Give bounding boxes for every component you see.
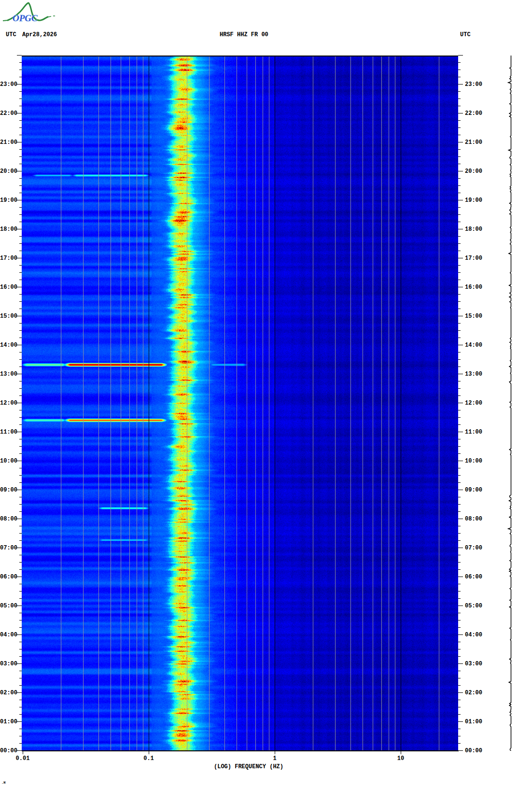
y-tick-left [19, 446, 22, 447]
y-tick-right [458, 62, 461, 63]
y-tick-right [458, 736, 461, 736]
y-tick-label-right: 06:00 [465, 574, 482, 580]
y-tick-left [19, 388, 22, 389]
y-tick-left [19, 243, 22, 244]
y-tick-left [19, 272, 22, 273]
y-tick-label-right: 20:00 [465, 168, 482, 175]
y-tick-label-left: 02:00 [0, 690, 16, 696]
y-tick-left [19, 620, 22, 620]
y-tick-label-right: 08:00 [465, 516, 482, 522]
y-tick-left [17, 84, 22, 85]
y-tick-label-left: 06:00 [0, 574, 16, 580]
y-tick-left [17, 403, 22, 403]
page-title: HRSF HHZ FR 00 [220, 31, 268, 38]
y-tick-left [19, 424, 22, 425]
y-tick-left [19, 671, 22, 671]
y-tick-right [458, 338, 461, 338]
y-tick-label-left: 13:00 [0, 371, 16, 378]
y-tick-right [458, 721, 463, 722]
y-tick-right [458, 381, 461, 381]
y-tick-left [19, 77, 22, 77]
y-tick-right [458, 207, 461, 208]
y-tick-left [19, 164, 22, 164]
y-tick-left [19, 359, 22, 360]
y-tick-left [19, 656, 22, 657]
y-tick-right [458, 707, 461, 707]
y-tick-left [19, 62, 22, 63]
header-utc-left: UTC [6, 31, 16, 38]
y-tick-label-right: 00:00 [465, 747, 482, 754]
y-tick-label-right: 02:00 [465, 690, 482, 696]
y-tick-label-right: 11:00 [465, 429, 482, 436]
y-tick-label-left: 23:00 [0, 81, 16, 88]
y-tick-label-right: 10:00 [465, 458, 482, 465]
y-tick-left [19, 504, 22, 505]
y-tick-right [458, 55, 463, 56]
y-tick-right [458, 229, 463, 229]
y-tick-right [458, 258, 463, 258]
y-tick-right [458, 403, 463, 403]
y-tick-right [458, 634, 463, 635]
y-tick-left [19, 649, 22, 649]
y-tick-right [458, 497, 461, 497]
y-tick-label-right: 16:00 [465, 284, 482, 291]
y-tick-left [19, 685, 22, 686]
y-tick-left [19, 120, 22, 121]
y-tick-left [19, 185, 22, 186]
y-tick-left [19, 729, 22, 729]
y-tick-label-left: 16:00 [0, 284, 16, 291]
y-tick-left [19, 468, 22, 468]
y-tick-left [19, 381, 22, 381]
y-tick-right [458, 280, 461, 280]
y-tick-left [19, 366, 22, 367]
y-tick-left [17, 490, 22, 490]
y-tick-left [19, 207, 22, 208]
y-tick-right [458, 106, 461, 106]
y-tick-label-left: 15:00 [0, 313, 16, 320]
y-tick-left [17, 692, 22, 693]
y-tick-left [19, 338, 22, 338]
y-tick-right [458, 388, 461, 389]
y-tick-left [19, 555, 22, 555]
y-tick-right [458, 591, 461, 592]
y-tick-right [458, 251, 461, 251]
y-tick-label-left: 18:00 [0, 226, 16, 233]
y-tick-right [458, 309, 461, 309]
y-tick-right [458, 185, 461, 186]
y-tick-left [19, 482, 22, 483]
y-tick-left [19, 294, 22, 295]
y-tick-label-right: 22:00 [465, 110, 482, 117]
y-tick-label-left: 00:00 [0, 747, 16, 754]
y-tick-left [19, 280, 22, 280]
y-tick-left [19, 178, 22, 179]
y-tick-label-right: 17:00 [465, 255, 482, 262]
y-tick-left [19, 323, 22, 324]
y-tick-right [458, 272, 461, 273]
y-tick-label-left: 11:00 [0, 429, 16, 436]
y-tick-left [17, 750, 22, 751]
y-tick-right [458, 642, 461, 642]
y-tick-left [19, 135, 22, 135]
y-tick-right [458, 743, 461, 744]
y-tick-right [458, 222, 461, 222]
y-tick-left [19, 149, 22, 150]
y-tick-right [458, 330, 461, 331]
y-tick-right [458, 461, 463, 461]
y-tick-label-left: 07:00 [0, 545, 16, 551]
y-tick-right [458, 555, 461, 555]
y-tick-right [458, 142, 463, 142]
y-tick-left [19, 562, 22, 563]
x-tick [149, 751, 149, 754]
y-tick-left [19, 193, 22, 193]
y-tick-label-right: 01:00 [465, 719, 482, 725]
y-tick-left [19, 156, 22, 157]
y-tick-right [458, 287, 463, 287]
y-tick-right [458, 750, 463, 751]
y-tick-right [458, 84, 463, 85]
y-tick-right [458, 301, 461, 302]
y-tick-right [458, 606, 463, 606]
y-tick-right [458, 352, 461, 352]
y-tick-right [458, 316, 463, 316]
y-tick-left [17, 634, 22, 635]
y-tick-left [19, 309, 22, 309]
